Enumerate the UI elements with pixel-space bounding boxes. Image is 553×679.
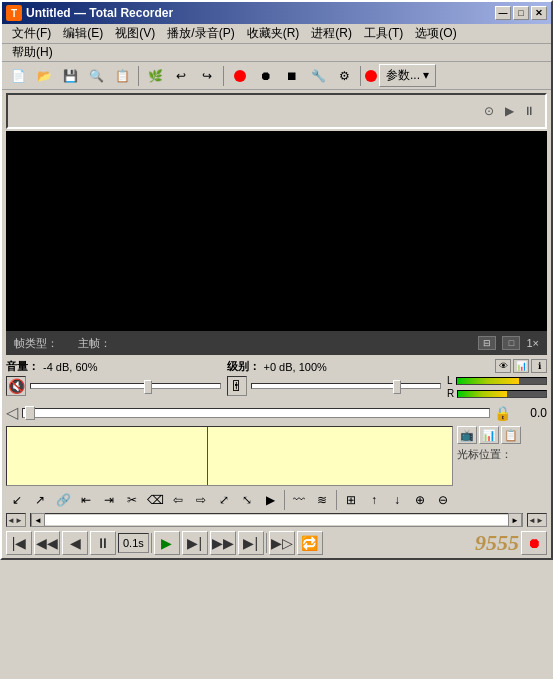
undo-button[interactable]: ↩ [169, 65, 193, 87]
toolbar-btn7[interactable]: ⏺ [254, 65, 278, 87]
edit-btn10[interactable]: ⤢ [213, 489, 235, 511]
level-slider-track[interactable] [251, 383, 442, 389]
edit-btn8[interactable]: ⇦ [167, 489, 189, 511]
menu-view[interactable]: 视图(V) [109, 24, 161, 43]
minimize-button[interactable]: — [495, 6, 511, 20]
meter-l-row: L [447, 375, 547, 386]
scroll-right-btn[interactable]: ► [508, 513, 522, 527]
level-slider-thumb[interactable] [393, 380, 401, 394]
edit-btn2[interactable]: ↗ [29, 489, 51, 511]
meter-icon1[interactable]: 👁 [495, 359, 511, 373]
side-icon3[interactable]: 📋 [501, 426, 521, 444]
edit-btn16[interactable]: ↑ [363, 489, 385, 511]
edit-btn15[interactable]: ⊞ [340, 489, 362, 511]
toolbar-rec1[interactable] [228, 65, 252, 87]
rec-indicator-dot [365, 70, 377, 82]
edit-btn17[interactable]: ↓ [386, 489, 408, 511]
volume-icon[interactable]: 🔇 [6, 376, 26, 396]
menu-options[interactable]: 选项(O) [409, 24, 462, 43]
left-scroll[interactable]: ◄► [6, 513, 26, 527]
edit-btn13[interactable]: 〰 [288, 489, 310, 511]
edit-btn14[interactable]: ≋ [311, 489, 333, 511]
menu-edit[interactable]: 编辑(E) [57, 24, 109, 43]
seek-thumb[interactable] [25, 406, 35, 420]
h-scrollbar[interactable]: ◄ ► [30, 513, 523, 527]
preview-play[interactable]: ▶ [501, 103, 517, 119]
params-button[interactable]: 参数... ▾ [379, 64, 436, 87]
position-display: 0.0 [515, 406, 547, 420]
toolbar-btn10[interactable]: ⚙ [332, 65, 356, 87]
volume-label: 音量： [6, 359, 39, 374]
toolbar-btn5[interactable]: 📋 [110, 65, 134, 87]
aspect-icon[interactable]: ⊟ [478, 336, 496, 350]
transport-skip-start[interactable]: |◀ [6, 531, 32, 555]
level-label: 级别： [227, 359, 260, 374]
edit-btn4[interactable]: ⇤ [75, 489, 97, 511]
side-icon1[interactable]: 📺 [457, 426, 477, 444]
edit-btn5[interactable]: ⇥ [98, 489, 120, 511]
menu-playrecord[interactable]: 播放/录音(P) [161, 24, 240, 43]
transport-record[interactable]: ⏺ [521, 531, 547, 555]
side-icons-row: 📺 📊 📋 [457, 426, 547, 444]
transport-pause[interactable]: ⏸ [90, 531, 116, 555]
transport-play-all[interactable]: ▶▷ [269, 531, 295, 555]
new-button[interactable]: 📄 [6, 65, 30, 87]
edit-btn18[interactable]: ⊕ [409, 489, 431, 511]
toolbar-btn4[interactable]: 🔍 [84, 65, 108, 87]
meter-icon2[interactable]: 📊 [513, 359, 529, 373]
level-icon[interactable]: 🎚 [227, 376, 247, 396]
transport-skip-end[interactable]: ▶| [238, 531, 264, 555]
transport-rewind-fast[interactable]: ◀◀ [34, 531, 60, 555]
seek-start-icon[interactable]: ◁ [6, 403, 18, 422]
seek-track[interactable] [22, 408, 490, 418]
redo-button[interactable]: ↪ [195, 65, 219, 87]
edit-btn1[interactable]: ↙ [6, 489, 28, 511]
edit-btn7[interactable]: ⌫ [144, 489, 166, 511]
transport-prev[interactable]: ◀ [62, 531, 88, 555]
scroll-track[interactable] [45, 515, 508, 525]
edit-btn6[interactable]: ✂ [121, 489, 143, 511]
edit-btn12[interactable]: ▶ [259, 489, 281, 511]
toolbar-btn6[interactable]: 🌿 [143, 65, 167, 87]
maximize-button[interactable]: □ [513, 6, 529, 20]
save-button[interactable]: 💾 [58, 65, 82, 87]
preview-area: ⊙ ▶ ⏸ [6, 93, 547, 129]
toolbar-btn9[interactable]: 🔧 [306, 65, 330, 87]
transport-fwd[interactable]: ▶▶ [210, 531, 236, 555]
transport-loop[interactable]: 🔁 [297, 531, 323, 555]
volume-slider-thumb[interactable] [144, 380, 152, 394]
menu-tools[interactable]: 工具(T) [358, 24, 409, 43]
timeline-cursor [207, 427, 208, 485]
menu-help[interactable]: 帮助(H) [6, 43, 59, 62]
window-title: Untitled — Total Recorder [26, 6, 173, 20]
menu-favorites[interactable]: 收藏夹(R) [241, 24, 306, 43]
volume-slider-track[interactable] [30, 383, 221, 389]
edit-btn3[interactable]: 🔗 [52, 489, 74, 511]
toolbar-btn8[interactable]: ⏹ [280, 65, 304, 87]
edit-btn9[interactable]: ⇨ [190, 489, 212, 511]
transport-play[interactable]: ▶ [154, 531, 180, 555]
timeline-side-panel: 📺 📊 📋 光标位置： [457, 426, 547, 486]
fit-icon[interactable]: □ [502, 336, 520, 350]
menu-file[interactable]: 文件(F) [6, 24, 57, 43]
left-arrow-icon: ◄► [7, 516, 23, 525]
open-button[interactable]: 📂 [32, 65, 56, 87]
meter-l-fill [457, 378, 520, 384]
scroll-left-btn[interactable]: ◄ [31, 513, 45, 527]
preview-stop[interactable]: ⊙ [481, 103, 497, 119]
meter-icon3[interactable]: ℹ [531, 359, 547, 373]
preview-pause[interactable]: ⏸ [521, 103, 537, 119]
side-icon2[interactable]: 📊 [479, 426, 499, 444]
timeline-area[interactable] [6, 426, 453, 486]
close-button[interactable]: ✕ [531, 6, 547, 20]
transport-bar: |◀ ◀◀ ◀ ⏸ 0.1s ▶ ▶| ▶▶ ▶| ▶▷ 🔁 9555 ⏺ [6, 530, 547, 556]
transport-play-next[interactable]: ▶| [182, 531, 208, 555]
edit-btn19[interactable]: ⊖ [432, 489, 454, 511]
right-scroll[interactable]: ◄► [527, 513, 547, 527]
main-window: T Untitled — Total Recorder — □ ✕ 文件(F) … [0, 0, 553, 560]
menu-process[interactable]: 进程(R) [305, 24, 358, 43]
timeline-row: 📺 📊 📋 光标位置： [6, 426, 547, 486]
info-bar: 帧类型： 主帧： ⊟ □ 1× [6, 331, 547, 355]
level-control-row: 🎚 [227, 376, 442, 396]
edit-btn11[interactable]: ⤡ [236, 489, 258, 511]
